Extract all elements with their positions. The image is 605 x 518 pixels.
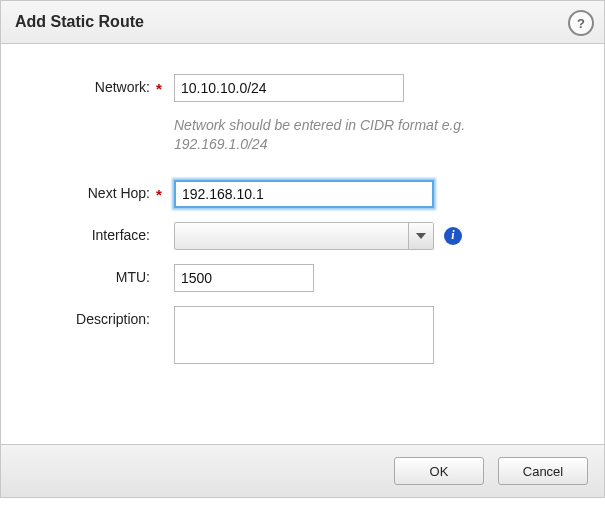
interface-label: Interface:	[92, 227, 150, 243]
nexthop-required-mark: *	[156, 180, 174, 203]
row-mtu: MTU:	[51, 264, 574, 292]
dialog-body: Network: * Network should be entered in …	[1, 44, 604, 444]
interface-selected-value	[175, 223, 408, 249]
row-nexthop: Next Hop: *	[51, 180, 574, 208]
chevron-down-icon[interactable]	[408, 223, 433, 249]
row-network-hint: Network should be entered in CIDR format…	[51, 116, 574, 154]
cancel-button[interactable]: Cancel	[498, 457, 588, 485]
description-label-col: Description:	[51, 306, 156, 327]
description-label: Description:	[76, 311, 150, 327]
add-static-route-dialog: Add Static Route ? Network: * Network sh…	[0, 0, 605, 498]
mtu-input[interactable]	[174, 264, 314, 292]
interface-dropdown[interactable]	[174, 222, 434, 250]
dialog-footer: OK Cancel	[1, 444, 604, 497]
info-icon[interactable]: i	[444, 227, 462, 245]
network-label: Network:	[95, 79, 150, 95]
mtu-label-col: MTU:	[51, 264, 156, 285]
mtu-label: MTU:	[116, 269, 150, 285]
next-hop-input[interactable]	[174, 180, 434, 208]
interface-label-col: Interface:	[51, 222, 156, 243]
nexthop-label: Next Hop:	[88, 185, 150, 201]
network-required-mark: *	[156, 74, 174, 97]
row-description: Description:	[51, 306, 574, 364]
description-input[interactable]	[174, 306, 434, 364]
network-input[interactable]	[174, 74, 404, 102]
dialog-titlebar: Add Static Route ?	[1, 1, 604, 44]
network-hint: Network should be entered in CIDR format…	[174, 116, 504, 154]
dialog-title: Add Static Route	[15, 13, 144, 31]
nexthop-label-col: Next Hop:	[51, 180, 156, 201]
row-interface: Interface: i	[51, 222, 574, 250]
network-label-col: Network:	[51, 74, 156, 95]
ok-button[interactable]: OK	[394, 457, 484, 485]
help-icon[interactable]: ?	[568, 10, 594, 36]
row-network: Network: *	[51, 74, 574, 102]
svg-marker-0	[416, 233, 426, 239]
